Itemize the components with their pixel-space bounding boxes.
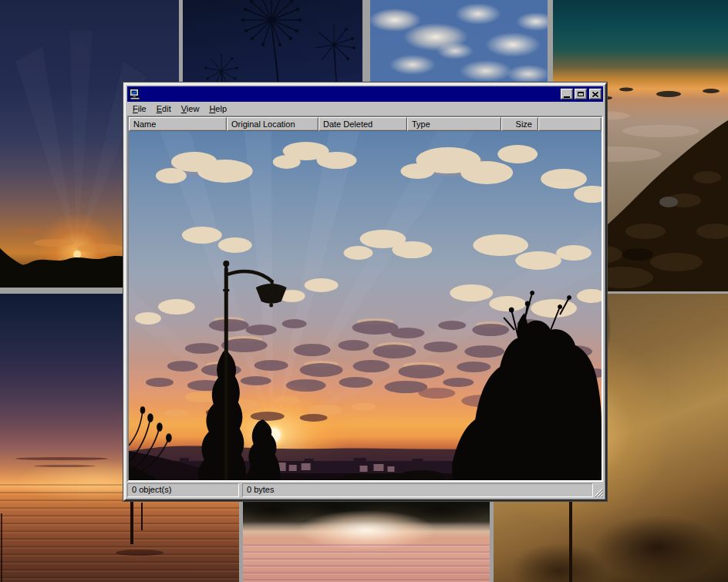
close-icon — [592, 92, 598, 97]
lamp-pole-background — [569, 501, 572, 582]
menu-help[interactable]: Help — [204, 103, 232, 115]
column-header-date-deleted[interactable]: Date Deleted — [318, 117, 407, 131]
computer-icon[interactable] — [129, 88, 141, 100]
water-ripples — [243, 544, 490, 582]
recycle-bin-window: File Edit View Help Name Original Locati… — [123, 82, 607, 501]
cloud-streak — [15, 457, 108, 460]
list-view: Name Original Location Date Deleted Type… — [127, 116, 603, 482]
minimize-icon — [564, 96, 570, 98]
menu-file[interactable]: File — [128, 103, 152, 115]
title-bar[interactable] — [127, 86, 603, 102]
status-object-count: 0 object(s) — [127, 483, 239, 497]
column-header-type[interactable]: Type — [407, 117, 501, 131]
column-header-filler — [538, 117, 602, 131]
menu-edit[interactable]: Edit — [152, 103, 177, 115]
status-size: 0 bytes — [242, 483, 593, 497]
window-content-sunset-photo[interactable] — [129, 131, 602, 480]
column-header-size[interactable]: Size — [501, 117, 538, 131]
water-pole — [1, 513, 2, 582]
menu-bar: File Edit View Help — [127, 102, 603, 116]
menu-view[interactable]: View — [177, 103, 205, 115]
column-header-original-location[interactable]: Original Location — [227, 117, 318, 131]
sunset-photo-art — [129, 131, 602, 480]
status-bar: 0 object(s) 0 bytes — [127, 483, 603, 497]
resize-grip[interactable] — [593, 487, 603, 497]
column-headers: Name Original Location Date Deleted Type… — [129, 117, 602, 131]
water-pole — [141, 503, 143, 530]
pole-reflection — [116, 550, 163, 556]
minimize-button[interactable] — [561, 89, 573, 99]
close-button[interactable] — [589, 89, 602, 99]
maximize-icon — [578, 92, 584, 96]
desktop: { "desktop": { "wallpaper_tiles": [ {"na… — [0, 0, 728, 582]
water-pole — [130, 500, 133, 544]
maximize-button[interactable] — [575, 89, 587, 99]
cloud-streak — [34, 465, 96, 467]
column-header-name[interactable]: Name — [129, 117, 227, 131]
